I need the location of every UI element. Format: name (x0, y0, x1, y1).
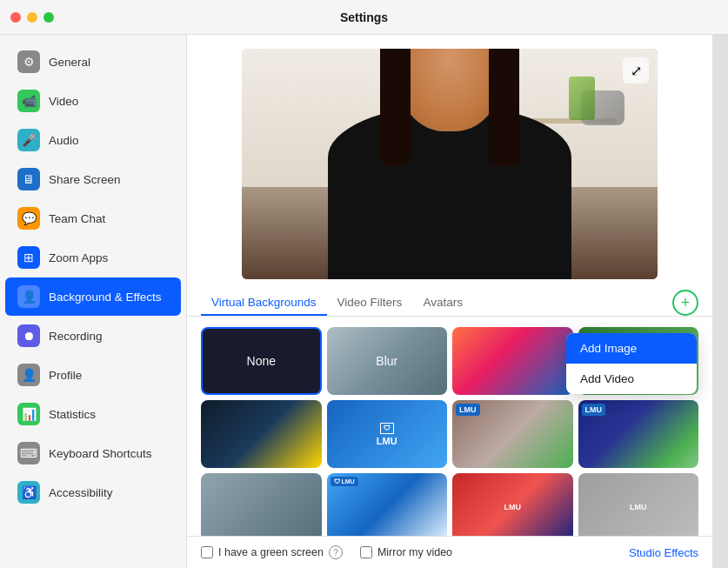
bg-lmu1[interactable]: 🛡 LMU (327, 400, 448, 468)
sidebar-item-team-chat[interactable]: 💬Team Chat (5, 199, 181, 237)
add-background-button[interactable]: + Add Image Add Video (672, 290, 698, 316)
content-area: ⚙General📹Video🎤Audio🖥Share Screen💬Team C… (0, 35, 728, 568)
share-icon: 🖥 (17, 168, 40, 190)
studio-effects-link[interactable]: Studio Effects (629, 546, 698, 559)
sidebar-item-label-share-screen: Share Screen (49, 173, 121, 186)
sidebar-item-label-audio: Audio (49, 134, 79, 147)
sidebar-item-label-zoom-apps: Zoom Apps (49, 251, 108, 264)
bottom-bar: I have a green screen ? Mirror my video … (187, 536, 712, 568)
maximize-button[interactable] (43, 12, 54, 23)
tabs-row: Virtual Backgrounds Video Filters Avatar… (187, 279, 712, 317)
chat-icon: 💬 (17, 207, 40, 230)
help-icon[interactable]: ? (329, 545, 343, 559)
bg-red-lmu[interactable]: LMU (452, 473, 573, 536)
window-controls[interactable] (10, 12, 54, 23)
sidebar-item-background-effects[interactable]: 👤Background & Effects (5, 277, 181, 316)
bg-icon: 👤 (17, 285, 40, 308)
bg-none-label: None (247, 354, 276, 368)
sidebar-item-profile[interactable]: 👤Profile (5, 356, 181, 394)
sidebar-item-general[interactable]: ⚙General (5, 43, 181, 81)
bg-blur-label: Blur (376, 354, 397, 368)
sidebar-item-label-recording: Recording (49, 330, 103, 343)
sidebar-item-label-profile: Profile (49, 369, 82, 382)
bg-space[interactable] (201, 400, 322, 468)
bg-bridge[interactable] (452, 327, 573, 395)
sidebar-item-accessibility[interactable]: ♿Accessibility (5, 473, 181, 511)
sidebar-item-label-background-effects: Background & Effects (49, 291, 162, 304)
sidebar-item-label-statistics: Statistics (49, 408, 96, 421)
apps-icon: ⊞ (17, 246, 40, 269)
tab-video-filters[interactable]: Video Filters (327, 291, 413, 316)
sidebar-item-label-team-chat: Team Chat (49, 212, 105, 225)
minimize-button[interactable] (27, 12, 37, 23)
audio-icon: 🎤 (17, 129, 40, 151)
add-image-item[interactable]: Add Image (566, 333, 697, 364)
stats-icon: 📊 (17, 403, 40, 425)
sidebar-item-label-accessibility: Accessibility (49, 486, 113, 499)
mirror-video-checkbox[interactable] (360, 546, 372, 558)
camera-preview: ⤢ (242, 49, 658, 279)
keyboard-icon: ⌨ (17, 442, 40, 464)
sidebar-item-label-keyboard-shortcuts: Keyboard Shortcuts (49, 447, 152, 460)
mirror-video-label[interactable]: Mirror my video (360, 546, 452, 558)
gear-icon: ⚙ (17, 50, 40, 73)
bg-none[interactable]: None (201, 327, 322, 395)
profile-icon: 👤 (17, 364, 40, 386)
add-video-item[interactable]: Add Video (566, 364, 697, 394)
green-screen-label[interactable]: I have a green screen ? (201, 545, 343, 559)
record-icon: ⏺ (17, 324, 40, 347)
sidebar-item-statistics[interactable]: 📊Statistics (5, 395, 181, 433)
title-bar: Settings (0, 0, 728, 35)
add-dropdown: Add Image Add Video (566, 333, 697, 394)
sidebar-item-recording[interactable]: ⏺Recording (5, 317, 181, 355)
bg-building[interactable] (201, 473, 322, 536)
sidebar-item-label-video: Video (49, 95, 78, 108)
camera-toggle-button[interactable]: ⤢ (623, 57, 649, 84)
sidebar-item-label-general: General (49, 56, 90, 69)
close-button[interactable] (10, 12, 21, 23)
sidebar-item-audio[interactable]: 🎤Audio (5, 121, 181, 159)
bg-colosseum[interactable]: LMU (452, 400, 573, 468)
bg-blur[interactable]: Blur (327, 327, 448, 395)
window-title: Settings (340, 10, 388, 24)
access-icon: ♿ (17, 481, 40, 504)
sidebar-item-keyboard-shortcuts[interactable]: ⌨Keyboard Shortcuts (5, 434, 181, 472)
bg-gray-lmu[interactable]: LMU (578, 473, 699, 536)
tab-avatars[interactable]: Avatars (412, 291, 473, 316)
video-icon: 📹 (17, 90, 40, 112)
sidebar: ⚙General📹Video🎤Audio🖥Share Screen💬Team C… (0, 35, 187, 568)
right-panel (712, 35, 728, 568)
sidebar-item-video[interactable]: 📹Video (5, 82, 181, 120)
bg-sky[interactable]: 🛡 LMU (327, 473, 448, 536)
main-panel: ⤢ Virtual Backgrounds Video Filters Avat… (187, 35, 712, 568)
plus-icon: + (681, 294, 691, 312)
green-screen-checkbox[interactable] (201, 546, 213, 558)
bg-palms[interactable]: LMU (578, 400, 699, 468)
tab-virtual-backgrounds[interactable]: Virtual Backgrounds (201, 291, 327, 316)
sidebar-item-zoom-apps[interactable]: ⊞Zoom Apps (5, 238, 181, 277)
sidebar-item-share-screen[interactable]: 🖥Share Screen (5, 160, 181, 198)
